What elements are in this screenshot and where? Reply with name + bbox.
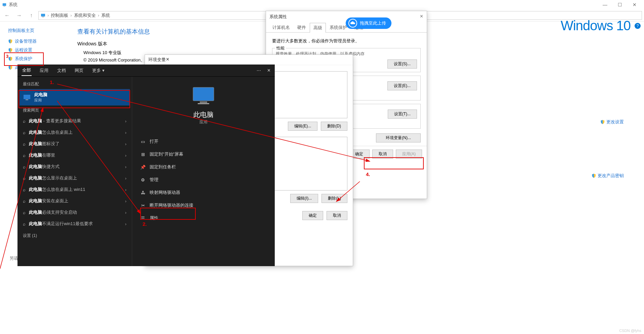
section-web: 搜索网页 [20, 106, 130, 115]
search-tab-docs[interactable]: 文档 [56, 66, 67, 76]
close-button[interactable]: ✕ [627, 2, 642, 7]
search-icon: ⌕ [23, 176, 26, 181]
pc-icon [23, 93, 31, 101]
system-icon [2, 2, 7, 7]
sidebar-item-protection[interactable]: 系统保护 [8, 54, 65, 63]
action-4[interactable]: 🖧映射网络驱动器 [139, 186, 268, 199]
back-button[interactable]: ← [2, 12, 12, 18]
upload-text: 拖拽至此上传 [360, 20, 386, 26]
close-search-icon[interactable]: ✕ [267, 68, 271, 73]
env-vars-button[interactable]: 环境变量(N)... [376, 133, 421, 142]
forward-button[interactable]: → [14, 12, 24, 18]
admin-note: 要进行大多数更改，你必须作为管理员登录。 [272, 38, 421, 44]
action-5[interactable]: ✂断开网络驱动器的连接 [139, 199, 268, 212]
crumb-2[interactable]: 系统和安全 [74, 12, 96, 18]
maximize-button[interactable]: ☐ [612, 2, 627, 7]
action-2[interactable]: 📌固定到任务栏 [139, 161, 268, 173]
svg-rect-2 [41, 14, 45, 16]
web-result-7[interactable]: ⌕此电脑安装在桌面上› [20, 195, 130, 207]
svg-rect-0 [3, 3, 6, 6]
chevron-right-icon: › [125, 210, 126, 215]
search-results: 最佳匹配 此电脑应用 搜索网页 ⌕此电脑 - 查看更多搜索结果›⌕此电脑怎么放在… [17, 77, 132, 266]
web-result-2[interactable]: ⌕此电脑图标没了› [20, 138, 130, 150]
search-icon: ⌕ [23, 119, 26, 124]
minimize-button[interactable]: — [598, 2, 612, 7]
web-result-1[interactable]: ⌕此电脑怎么放在桌面上› [20, 127, 130, 138]
action-icon: ⊞ [140, 152, 146, 157]
result-this-pc[interactable]: 此电脑应用 [20, 89, 130, 106]
search-tab-all[interactable]: 全部 [22, 65, 32, 76]
chevron-right-icon: › [125, 221, 126, 226]
web-result-8[interactable]: ⌕此电脑必须支持安全启动› [20, 207, 130, 218]
action-1[interactable]: ⊞固定到"开始"屏幕 [139, 148, 268, 161]
search-tabs: 全部 应用 文档 网页 更多 ▾ ⋯✕ [17, 65, 275, 77]
tab-advanced[interactable]: 高级 [310, 23, 326, 33]
search-icon: ⌕ [23, 199, 26, 204]
search-icon: ⌕ [23, 141, 26, 147]
chevron-right-icon: › [125, 187, 126, 192]
user-edit-button[interactable]: 编辑(E)... [288, 122, 317, 131]
control-panel-home[interactable]: 控制面板主页 [8, 28, 65, 34]
search-panel: 全部 应用 文档 网页 更多 ▾ ⋯✕ 最佳匹配 此电脑应用 搜索网页 ⌕此电脑… [17, 65, 275, 266]
cloud-icon [348, 19, 357, 28]
chevron-right-icon: › [125, 176, 126, 181]
env-cancel-button[interactable]: 取消 [327, 211, 347, 220]
shield-icon [8, 56, 13, 61]
user-delete-button[interactable]: 删除(D) [321, 122, 347, 131]
upload-pill[interactable]: 拖拽至此上传 [346, 17, 391, 29]
close-icon[interactable]: ✕ [166, 57, 169, 63]
tab-computer-name[interactable]: 计算机名 [269, 23, 294, 32]
sidebar-item-device-manager[interactable]: 设备管理器 [8, 37, 65, 46]
cancel-button[interactable]: 取消 [372, 150, 393, 159]
action-3[interactable]: ⚙管理 [139, 173, 268, 186]
search-tab-web[interactable]: 网页 [74, 66, 84, 76]
section-best: 最佳匹配 [20, 79, 130, 89]
crumb-1[interactable]: 控制面板 [51, 12, 68, 18]
watermark: CSDN @fyhs [619, 329, 641, 333]
startup-settings-button[interactable]: 设置(T)... [388, 110, 417, 119]
search-icon: ⌕ [23, 153, 26, 158]
crumb-3[interactable]: 系统 [101, 12, 110, 18]
pc-large-icon [192, 87, 215, 106]
action-icon: ☰ [140, 216, 146, 221]
web-result-3[interactable]: ⌕此电脑在哪里› [20, 150, 130, 161]
search-tab-apps[interactable]: 应用 [39, 66, 49, 76]
help-icon[interactable]: ? [635, 23, 641, 29]
close-icon[interactable]: ✕ [420, 14, 423, 20]
tab-hardware[interactable]: 硬件 [294, 23, 310, 32]
svg-rect-8 [200, 101, 207, 103]
sys-delete-button[interactable]: 删除(L) [321, 194, 347, 203]
perf-settings-button[interactable]: 设置(S)... [387, 59, 417, 69]
env-title: 环境变量 [148, 57, 166, 63]
perf-title: 性能 [275, 45, 286, 51]
web-result-4[interactable]: ⌕此电脑快捷方式› [20, 161, 130, 172]
search-icon: ⌕ [23, 210, 26, 215]
up-button[interactable]: ↑ [26, 12, 36, 18]
search-icon: ⌕ [23, 221, 26, 226]
svg-rect-5 [26, 99, 28, 100]
profile-settings-button[interactable]: 设置(E)... [387, 81, 417, 90]
search-tab-more[interactable]: 更多 ▾ [91, 66, 105, 76]
sidebar-item-remote[interactable]: 远程设置 [8, 46, 65, 54]
apply-button[interactable]: 应用(A) [396, 150, 422, 159]
see-also: 另请 [9, 255, 18, 261]
shield-icon [600, 120, 605, 124]
action-6[interactable]: ☰属性 [139, 212, 268, 224]
action-icon: 🖧 [140, 190, 146, 195]
more-icon[interactable]: ⋯ [257, 68, 261, 73]
svg-rect-9 [198, 103, 209, 104]
svg-rect-4 [24, 95, 30, 99]
sys-edit-button[interactable]: 编辑(I)... [290, 194, 318, 203]
env-ok-button[interactable]: 确定 [302, 211, 323, 220]
web-result-6[interactable]: ⌕此电脑怎么放在桌面上 win11› [20, 184, 130, 195]
web-result-0[interactable]: ⌕此电脑 - 查看更多搜索结果› [20, 115, 130, 127]
svg-rect-6 [193, 87, 214, 101]
search-icon: ⌕ [23, 164, 26, 169]
chevron-right-icon: › [125, 141, 126, 147]
action-0[interactable]: ▭打开 [139, 135, 268, 148]
change-settings-link[interactable]: 更改设置 [600, 119, 624, 125]
web-result-5[interactable]: ⌕此电脑怎么显示在桌面上› [20, 172, 130, 184]
web-result-9[interactable]: ⌕此电脑不满足运行win11最低要求› [20, 218, 130, 229]
window-titlebar: 系统 — ☐ ✕ [0, 0, 644, 9]
change-key-link[interactable]: 更改产品密钥 [592, 173, 624, 179]
